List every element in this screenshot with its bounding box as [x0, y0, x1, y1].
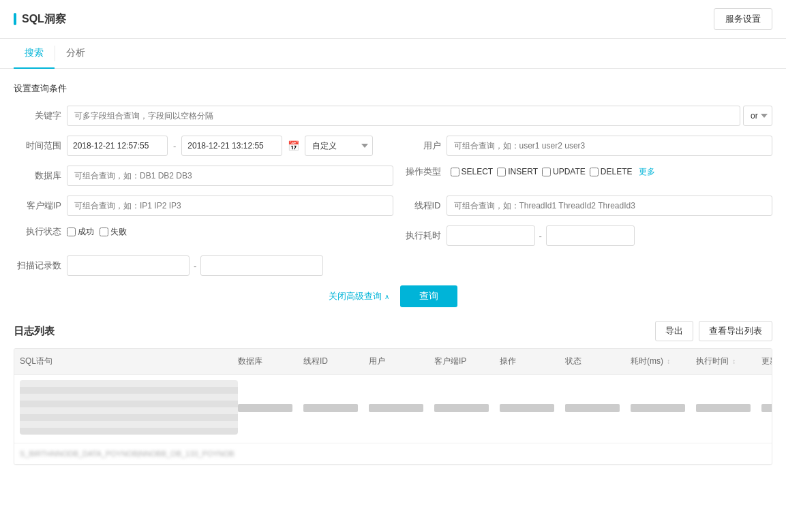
exectime-start-input[interactable] [447, 225, 535, 246]
keyword-row: 关键字 or [14, 106, 772, 126]
service-settings-button[interactable]: 服务设置 [714, 8, 772, 30]
col-clientip: 客户端IP [429, 349, 494, 375]
ip-thread-row: 客户端IP 线程ID [14, 195, 772, 216]
sort-timems-icon: ↕ [667, 358, 670, 365]
exectime-separator: - [539, 231, 542, 241]
op-more-link[interactable]: 更多 [639, 166, 655, 178]
scan-inputs: - [67, 255, 323, 276]
table-header-row: SQL语句 数据库 线程ID 用户 客户端IP 操作 状态 耗时(ms) ↕ 执… [14, 349, 772, 375]
query-button[interactable]: 查询 [400, 285, 457, 307]
op-insert-checkbox[interactable]: INSERT [497, 167, 538, 176]
action-row: 关闭高级查询 ∧ 查询 [14, 285, 772, 307]
time-range-group: 时间范围 - 📅 自定义 近1小时 近3小时 [14, 136, 393, 156]
scan-count-label: 扫描记录数 [14, 260, 61, 272]
sql-blur-placeholder [20, 380, 238, 435]
database-input[interactable] [67, 166, 393, 186]
keyword-operator-select[interactable]: or [743, 106, 772, 126]
view-export-button[interactable]: 查看导出列表 [699, 321, 772, 341]
exectime-inputs: - [447, 225, 635, 246]
op-select-checkbox[interactable]: SELECT [451, 167, 494, 176]
db-value-blur [238, 404, 292, 412]
database-label: 数据库 [14, 170, 61, 182]
op-insert-label: INSERT [508, 167, 538, 176]
op-update-input[interactable] [542, 168, 551, 176]
col-status: 状态 [560, 349, 625, 375]
execstatus-exectime-row: 执行状态 成功 失败 执行耗时 - [14, 225, 772, 246]
time-type-select[interactable]: 自定义 近1小时 近3小时 [305, 136, 373, 156]
close-advanced-text: 关闭高级查询 [329, 290, 382, 302]
op-update-label: UPDATE [553, 167, 586, 176]
threadid-group: 线程ID [393, 195, 773, 216]
user-input[interactable] [447, 136, 773, 156]
calendar-icon[interactable]: 📅 [288, 140, 299, 151]
op-cell [494, 375, 560, 443]
exec-success-input[interactable] [67, 228, 76, 236]
db-optype-row: 数据库 操作类型 SELECT INSERT UPDATE [14, 166, 772, 186]
optype-label: 操作类型 [393, 166, 441, 178]
scan-end-input[interactable] [200, 255, 323, 276]
col-user: 用户 [363, 349, 429, 375]
sort-exectime-icon: ↕ [732, 358, 736, 365]
exectime-group: 执行耗时 - [393, 225, 773, 246]
col-db: 数据库 [232, 349, 298, 375]
timems-cell [625, 375, 691, 443]
op-value-blur [500, 404, 554, 412]
op-insert-input[interactable] [497, 168, 506, 176]
table-row [14, 375, 772, 443]
tab-search[interactable]: 搜索 [14, 39, 55, 69]
col-timems[interactable]: 耗时(ms) ↕ [625, 349, 691, 375]
exec-fail-label: 失败 [110, 226, 127, 238]
op-delete-checkbox[interactable]: DELETE [590, 167, 633, 176]
col-updaterows[interactable]: 更新行数 ↕ [756, 349, 772, 375]
keyword-label: 关键字 [14, 110, 61, 122]
clientip-input[interactable] [67, 195, 393, 216]
exectime-end-input[interactable] [546, 225, 635, 246]
scan-start-input[interactable] [67, 255, 190, 276]
title-bar-decoration [14, 13, 16, 25]
col-sql: SQL语句 [14, 349, 232, 375]
scan-count-row: 扫描记录数 - [14, 255, 772, 276]
export-button[interactable]: 导出 [655, 321, 693, 341]
section-title: 设置查询条件 [14, 82, 772, 95]
time-user-row: 时间范围 - 📅 自定义 近1小时 近3小时 用户 [14, 136, 772, 156]
chevron-up-icon: ∧ [384, 293, 389, 300]
tab-analysis[interactable]: 分析 [55, 39, 96, 69]
title-text: SQL洞察 [22, 12, 66, 27]
bottom-path-text: S_BIRTHNNODB_DATA_POYNOB|NNOBB_OB_133_PO… [20, 450, 235, 458]
page-header: SQL洞察 服务设置 [0, 0, 786, 39]
sql-cell [14, 375, 232, 443]
exec-fail-input[interactable] [100, 228, 108, 236]
exec-fail-checkbox[interactable]: 失败 [100, 226, 127, 238]
op-select-label: SELECT [462, 167, 494, 176]
timems-value-blur [631, 404, 685, 412]
main-content: 设置查询条件 关键字 or 时间范围 - 📅 自定义 近1小时 近3小时 [0, 69, 786, 479]
log-table: SQL语句 数据库 线程ID 用户 客户端IP 操作 状态 耗时(ms) ↕ 执… [14, 349, 772, 465]
op-delete-label: DELETE [601, 167, 633, 176]
bottom-path-cell: S_BIRTHNNODB_DATA_POYNOB|NNOBB_OB_133_PO… [14, 443, 772, 465]
time-end-input[interactable] [181, 136, 282, 156]
db-cell [232, 375, 298, 443]
col-operation: 操作 [494, 349, 560, 375]
op-delete-input[interactable] [590, 168, 599, 176]
close-advanced-link[interactable]: 关闭高级查询 ∧ [329, 290, 389, 302]
threadid-label: 线程ID [393, 200, 441, 212]
updaterows-value-blur [761, 404, 772, 412]
threadid-input[interactable] [447, 195, 773, 216]
status-cell [560, 375, 625, 443]
user-cell [363, 375, 429, 443]
clientip-label: 客户端IP [14, 200, 61, 212]
thread-cell [298, 375, 363, 443]
op-select-input[interactable] [451, 168, 459, 176]
exectime-label: 执行耗时 [393, 230, 441, 242]
status-value-blur [565, 404, 620, 412]
exec-success-label: 成功 [78, 226, 94, 238]
time-start-input[interactable] [67, 136, 168, 156]
op-update-checkbox[interactable]: UPDATE [542, 167, 586, 176]
user-label: 用户 [393, 140, 441, 152]
table-row-bottom: S_BIRTHNNODB_DATA_POYNOB|NNOBB_OB_133_PO… [14, 443, 772, 465]
exec-success-checkbox[interactable]: 成功 [67, 226, 94, 238]
time-range-inputs: - 📅 自定义 近1小时 近3小时 [67, 136, 373, 156]
col-exectime[interactable]: 执行时间 ↕ [691, 349, 756, 375]
keyword-input[interactable] [67, 106, 740, 126]
exectime-cell [691, 375, 756, 443]
